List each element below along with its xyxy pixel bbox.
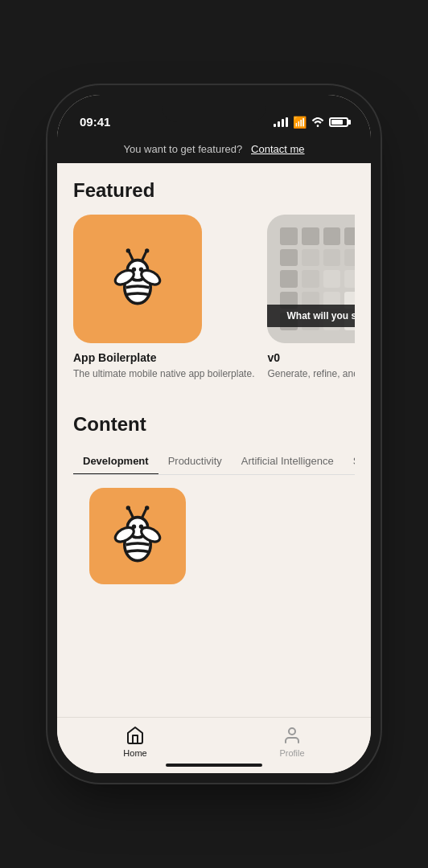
profile-label: Profile (279, 748, 304, 758)
featured-card-boilerplate[interactable]: App Boilerplate The ultimate mobile nati… (73, 215, 254, 381)
card-image-boilerplate (73, 215, 202, 343)
bee-icon-content (101, 500, 174, 572)
svg-point-0 (317, 125, 319, 127)
svg-point-8 (145, 248, 149, 252)
tab-development[interactable]: Development (73, 448, 158, 475)
status-time: 09:41 (80, 115, 110, 129)
svg-line-15 (129, 509, 133, 518)
tab-seo[interactable]: SEO (344, 448, 355, 475)
featured-cards-row[interactable]: App Boilerplate The ultimate mobile nati… (73, 215, 355, 389)
card-desc-boilerplate: The ultimate mobile native app boilerpla… (73, 367, 254, 381)
card-title-v0: v0 (267, 351, 355, 364)
v0-overlay-text: What will you ship? (267, 305, 355, 327)
svg-point-21 (289, 728, 295, 735)
svg-line-6 (142, 252, 146, 261)
featured-section: Featured (57, 163, 371, 397)
card-title-boilerplate: App Boilerplate (73, 351, 254, 364)
tab-bar-profile[interactable]: Profile (279, 726, 304, 758)
phone-frame: 09:41 📶 You want to get featured? Contac… (57, 95, 371, 773)
card-desc-v0: Generate, refine, and applications with … (267, 367, 355, 381)
signal-icon (274, 117, 288, 127)
content-card[interactable] (89, 488, 339, 584)
home-icon (126, 726, 145, 745)
status-bar: 09:41 📶 (57, 95, 371, 135)
content-card-image (89, 488, 186, 584)
content-tabs[interactable]: Development Productivity Artificial Inte… (73, 448, 355, 475)
contact-link[interactable]: Contact me (251, 143, 304, 155)
tab-ai[interactable]: Artificial Intelligence (232, 448, 344, 475)
status-icons: 📶 (274, 116, 348, 129)
card-image-v0: What will you ship? (267, 215, 355, 343)
content-title: Content (73, 413, 355, 436)
content-preview (73, 488, 355, 584)
person-icon (282, 726, 302, 745)
wifi-icon: 📶 (293, 116, 307, 129)
banner: You want to get featured? Contact me (57, 135, 371, 163)
svg-line-5 (129, 252, 133, 261)
content-section: Content Development Productivity Artific… (57, 397, 371, 592)
svg-point-18 (145, 506, 149, 510)
featured-card-v0[interactable]: What will you ship? v0 Generate, refine,… (267, 215, 355, 381)
scroll-area[interactable]: Featured (57, 163, 371, 713)
wifi-icon-svg (311, 117, 324, 127)
svg-point-19 (132, 524, 136, 528)
featured-title: Featured (73, 179, 355, 202)
svg-point-9 (132, 268, 136, 272)
banner-text: You want to get featured? (123, 143, 242, 155)
svg-line-16 (142, 509, 146, 518)
home-indicator (166, 764, 262, 767)
svg-point-10 (139, 268, 143, 272)
bee-icon (101, 243, 174, 315)
svg-point-7 (126, 248, 130, 252)
tab-bar-home[interactable]: Home (123, 726, 146, 758)
battery-icon (329, 117, 348, 127)
svg-point-20 (139, 524, 143, 528)
svg-point-17 (126, 506, 130, 510)
home-label: Home (123, 748, 146, 758)
notch (162, 95, 266, 122)
tab-productivity[interactable]: Productivity (158, 448, 232, 475)
